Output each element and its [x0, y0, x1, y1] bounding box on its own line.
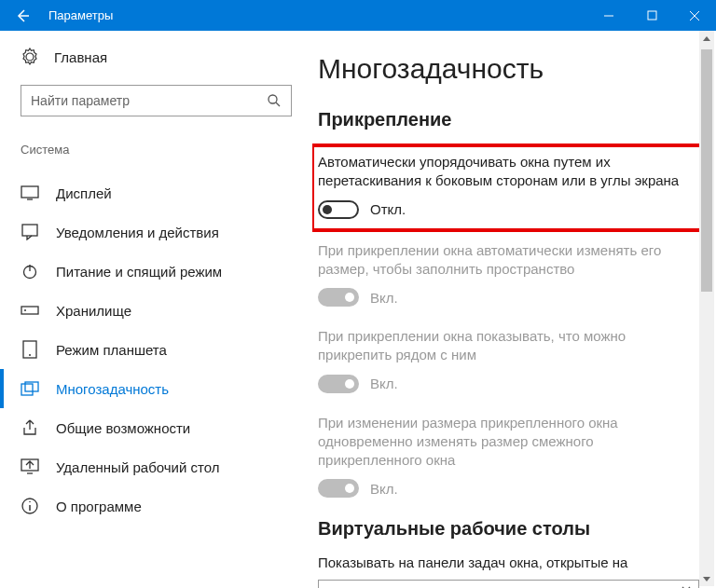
close-icon [689, 10, 700, 21]
sidebar: Главная Найти параметр Система Дисплей У… [0, 31, 312, 588]
tablet-icon [21, 340, 39, 359]
sidebar-item-label: Общие возможности [56, 420, 190, 436]
svg-rect-9 [21, 384, 33, 395]
scroll-down-icon[interactable] [699, 571, 714, 586]
arrow-left-icon [15, 8, 30, 23]
setting-label: При прикреплении окна показывать, что мо… [318, 327, 699, 365]
sidebar-item-power[interactable]: Питание и спящий режим [0, 252, 312, 291]
svg-rect-5 [21, 307, 38, 314]
sidebar-item-shared[interactable]: Общие возможности [0, 408, 312, 447]
search-input[interactable]: Найти параметр [21, 85, 292, 116]
window-controls [587, 0, 716, 31]
content-area: Многозадачность Прикрепление Автоматичес… [312, 31, 716, 588]
scroll-thumb[interactable] [701, 49, 712, 292]
sidebar-item-label: Удаленный рабочий стол [56, 459, 219, 475]
sidebar-item-storage[interactable]: Хранилище [0, 291, 312, 330]
nav-list: Дисплей Уведомления и действия Питание и… [0, 173, 312, 526]
setting-resize-adjacent: При изменении размера прикрепленного окн… [318, 414, 699, 499]
setting-snap-windows: Автоматически упорядочивать окна путем и… [312, 145, 705, 230]
display-icon [21, 184, 39, 202]
sidebar-item-about[interactable]: О программе [0, 486, 312, 526]
sidebar-item-label: Дисплей [56, 185, 112, 201]
sidebar-item-label: О программе [56, 499, 142, 514]
home-link[interactable]: Главная [21, 48, 292, 66]
sidebar-item-label: Уведомления и действия [56, 225, 219, 240]
virtual-taskbar-label: Показывать на панели задач окна, открыты… [318, 554, 699, 570]
maximize-icon [647, 10, 657, 21]
multitasking-icon [21, 379, 39, 398]
close-button[interactable] [673, 0, 716, 31]
sidebar-item-notifications[interactable]: Уведомления и действия [0, 212, 312, 252]
sidebar-item-label: Многозадачность [56, 381, 169, 397]
setting-label: Автоматически упорядочивать окна путем и… [318, 153, 699, 191]
search-placeholder: Найти параметр [31, 93, 130, 108]
toggle-state: Вкл. [370, 290, 398, 306]
scrollbar[interactable] [699, 31, 714, 586]
sidebar-item-tablet[interactable]: Режим планшета [0, 330, 312, 369]
window-title: Параметры [45, 8, 587, 22]
svg-point-8 [29, 354, 31, 356]
toggle-snap-suggest [318, 375, 359, 393]
virtual-taskbar-dropdown[interactable] [318, 580, 699, 588]
sidebar-item-display[interactable]: Дисплей [0, 173, 312, 212]
back-button[interactable] [0, 0, 45, 31]
sidebar-item-label: Питание и спящий режим [56, 264, 222, 280]
setting-label: При прикреплении окна автоматически изме… [318, 241, 699, 280]
toggle-state: Вкл. [370, 481, 398, 497]
notifications-icon [21, 223, 39, 241]
toggle-auto-resize [318, 288, 359, 307]
setting-auto-resize: При прикреплении окна автоматически изме… [318, 241, 699, 308]
sidebar-item-label: Хранилище [56, 303, 131, 319]
gear-icon [21, 48, 39, 66]
storage-icon [21, 301, 39, 320]
shared-icon [21, 418, 39, 437]
scroll-up-icon[interactable] [699, 31, 714, 46]
info-icon [21, 497, 39, 515]
toggle-resize-adjacent [318, 479, 359, 498]
svg-rect-3 [22, 225, 37, 236]
svg-point-1 [268, 95, 277, 103]
snap-heading: Прикрепление [318, 109, 699, 130]
sidebar-item-remote[interactable]: Удаленный рабочий стол [0, 447, 312, 486]
virtual-heading: Виртуальные рабочие столы [318, 518, 699, 540]
maximize-button[interactable] [630, 0, 673, 31]
setting-snap-suggest: При прикреплении окна показывать, что мо… [318, 327, 699, 393]
home-label: Главная [54, 49, 107, 65]
remote-icon [21, 458, 39, 476]
toggle-state: Откл. [370, 201, 406, 217]
power-icon [21, 262, 39, 280]
svg-rect-2 [21, 186, 38, 198]
toggle-snap-windows[interactable] [318, 200, 359, 219]
sidebar-item-multitasking[interactable]: Многозадачность [0, 369, 312, 408]
minimize-icon [603, 10, 614, 21]
search-icon [267, 93, 282, 108]
section-title: Система [21, 143, 292, 157]
minimize-button[interactable] [587, 0, 630, 31]
svg-point-6 [24, 309, 26, 311]
page-title: Многозадачность [318, 53, 699, 85]
titlebar: Параметры [0, 0, 716, 31]
setting-label: При изменении размера прикрепленного окн… [318, 414, 699, 471]
svg-rect-0 [648, 11, 656, 20]
toggle-state: Вкл. [370, 376, 398, 391]
sidebar-item-label: Режим планшета [56, 342, 167, 358]
